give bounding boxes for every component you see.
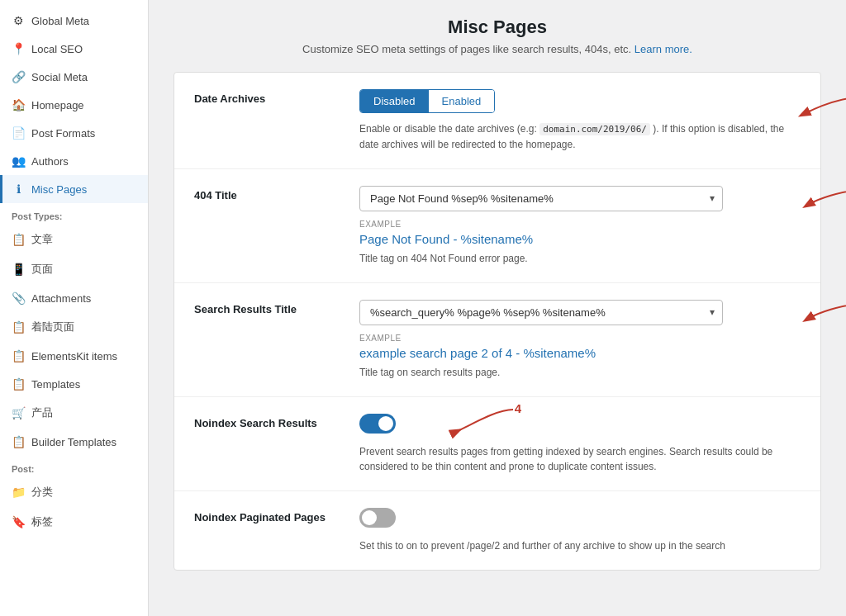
settings-card: Date Archives Disabled Enabled Enable or… — [173, 72, 821, 571]
sidebar-item-authors[interactable]: 👥 Authors — [0, 147, 148, 175]
search-results-content: %search_query% %page% %sep% %sitename% ▾… — [359, 300, 801, 380]
noindex-search-toggle[interactable] — [359, 414, 396, 434]
noindex-paginated-slider — [359, 508, 396, 528]
sidebar-item-social-meta[interactable]: 🔗 Social Meta — [0, 63, 148, 91]
sidebar-item-label: Misc Pages — [31, 183, 87, 196]
noindex-search-content: Prevent search results pages from gettin… — [359, 414, 801, 474]
doc-icon: 📄 — [12, 126, 25, 140]
noindex-search-slider — [359, 414, 396, 434]
title-404-select[interactable]: Page Not Found %sep% %sitename% — [359, 186, 723, 211]
page-subtitle: Customize SEO meta settings of pages lik… — [173, 43, 821, 55]
search-results-example-label: EXAMPLE — [359, 334, 801, 343]
sidebar-item-label: Local SEO — [31, 43, 83, 55]
sidebar-item-label: Authors — [31, 155, 69, 168]
noindex-search-switch-wrapper — [359, 414, 801, 436]
template-icon: 📋 — [12, 377, 25, 391]
page-icon: 📱 — [12, 263, 25, 276]
attach-icon: 📎 — [12, 291, 25, 305]
sidebar-item-templates[interactable]: 📋 Templates — [0, 370, 148, 398]
sidebar-item-post-formats[interactable]: 📄 Post Formats — [0, 119, 148, 147]
sidebar-item-attachments[interactable]: 📎 Attachments — [0, 284, 148, 312]
main-content: Misc Pages Customize SEO meta settings o… — [149, 0, 846, 616]
noindex-paginated-toggle[interactable] — [359, 508, 396, 528]
home-icon: 🏠 — [12, 98, 25, 111]
sidebar-item-label: Homepage — [31, 99, 84, 111]
page-header: Misc Pages Customize SEO meta settings o… — [173, 17, 821, 55]
sidebar-item-zhuoluye[interactable]: 📋 着陆页面 — [0, 312, 148, 342]
sidebar-item-chanpin[interactable]: 🛒 产品 — [0, 398, 148, 428]
sidebar-item-misc-pages[interactable]: ℹ Misc Pages — [0, 175, 148, 203]
noindex-paginated-label: Noindex Paginated Pages — [194, 508, 359, 524]
annotation-1: 1 — [796, 89, 846, 125]
date-archives-label: Date Archives — [194, 89, 359, 105]
date-archives-enabled-btn[interactable]: Enabled — [429, 90, 495, 112]
sidebar-item-homepage[interactable]: 🏠 Homepage — [0, 91, 148, 119]
sidebar-item-label: Social Meta — [31, 71, 88, 83]
date-archives-toggle-group: Disabled Enabled — [359, 89, 495, 113]
post-section-label: Post: — [0, 456, 148, 477]
title-404-content: Page Not Found %sep% %sitename% ▾ EXAMPL… — [359, 186, 801, 266]
noindex-search-label: Noindex Search Results — [194, 414, 359, 429]
title-404-select-wrapper: Page Not Found %sep% %sitename% ▾ — [359, 186, 723, 211]
sidebar: ⚙ Global Meta 📍 Local SEO 🔗 Social Meta … — [0, 0, 149, 616]
elementskit-icon: 📋 — [12, 349, 25, 362]
builder-icon: 📋 — [12, 435, 25, 448]
date-archives-code: domain.com/2019/06/ — [539, 123, 650, 135]
date-archives-row: Date Archives Disabled Enabled Enable or… — [174, 73, 820, 169]
learn-more-link[interactable]: Learn more. — [634, 43, 692, 55]
annotation-2: 2 — [800, 182, 846, 217]
info-icon: ℹ — [12, 182, 25, 196]
search-results-title-row: Search Results Title %search_query% %pag… — [174, 283, 820, 397]
noindex-search-desc: Prevent search results pages from gettin… — [359, 444, 801, 474]
sidebar-item-global-meta[interactable]: ⚙ Global Meta — [0, 7, 148, 35]
landing-icon: 📋 — [12, 320, 25, 334]
sidebar-item-builder-templates[interactable]: 📋 Builder Templates — [0, 428, 148, 456]
search-results-select[interactable]: %search_query% %page% %sep% %sitename% — [359, 300, 723, 325]
sidebar-item-label: 文章 — [31, 232, 53, 247]
sidebar-item-label: 着陆页面 — [31, 320, 74, 334]
date-archives-content: Disabled Enabled Enable or disable the d… — [359, 89, 801, 152]
sidebar-item-label: 分类 — [31, 485, 53, 500]
arrow-2-svg — [800, 182, 846, 215]
sidebar-item-biaoqian[interactable]: 🔖 标签 — [0, 507, 148, 537]
arrow-3-svg — [800, 296, 846, 329]
search-results-select-wrapper: %search_query% %page% %sep% %sitename% ▾ — [359, 300, 723, 325]
noindex-paginated-row: Noindex Paginated Pages Set this to on t… — [174, 491, 820, 570]
pin-icon: 📍 — [12, 42, 25, 55]
page-title: Misc Pages — [173, 17, 821, 38]
sidebar-item-wenzhang[interactable]: 📋 文章 — [0, 225, 148, 254]
gear-icon: ⚙ — [12, 14, 25, 27]
folder-icon: 📁 — [12, 486, 25, 499]
cart-icon: 🛒 — [12, 406, 25, 419]
sidebar-item-label: Builder Templates — [31, 436, 116, 448]
arrow-1-svg — [796, 89, 846, 122]
sidebar-item-label: Attachments — [31, 292, 91, 305]
search-results-desc: Title tag on search results page. — [359, 365, 801, 380]
noindex-paginated-switch-wrapper — [359, 508, 801, 530]
link-icon: 🔗 — [12, 70, 25, 83]
post-types-section-label: Post Types: — [0, 203, 148, 225]
noindex-paginated-content: Set this to on to prevent /page/2 and fu… — [359, 508, 801, 553]
title-404-example-label: EXAMPLE — [359, 220, 801, 229]
annotation-3: 3 — [800, 296, 846, 331]
sidebar-item-label: Global Meta — [31, 15, 89, 27]
title-404-example-value: Page Not Found - %sitename% — [359, 232, 801, 246]
sidebar-item-label: 产品 — [31, 405, 53, 420]
tag-icon: 🔖 — [12, 515, 25, 528]
sidebar-item-elementskit[interactable]: 📋 ElementsKit items — [0, 342, 148, 370]
noindex-search-results-row: Noindex Search Results Prevent search re… — [174, 397, 820, 491]
sidebar-item-label: Templates — [31, 378, 80, 391]
sidebar-item-label: 页面 — [31, 262, 53, 277]
sidebar-item-label: ElementsKit items — [31, 350, 117, 362]
date-archives-disabled-btn[interactable]: Disabled — [360, 90, 429, 112]
title-404-row: 404 Title Page Not Found %sep% %sitename… — [174, 169, 820, 283]
users-icon: 👥 — [12, 154, 25, 168]
sidebar-item-fenlei[interactable]: 📁 分类 — [0, 477, 148, 507]
title-404-desc: Title tag on 404 Not Found error page. — [359, 251, 801, 266]
table-icon: 📋 — [12, 233, 25, 246]
sidebar-item-yemian[interactable]: 📱 页面 — [0, 254, 148, 284]
search-results-example-value: example search page 2 of 4 - %sitename% — [359, 346, 801, 360]
noindex-paginated-desc: Set this to on to prevent /page/2 and fu… — [359, 538, 801, 553]
sidebar-item-label: Post Formats — [31, 127, 95, 140]
sidebar-item-local-seo[interactable]: 📍 Local SEO — [0, 35, 148, 63]
